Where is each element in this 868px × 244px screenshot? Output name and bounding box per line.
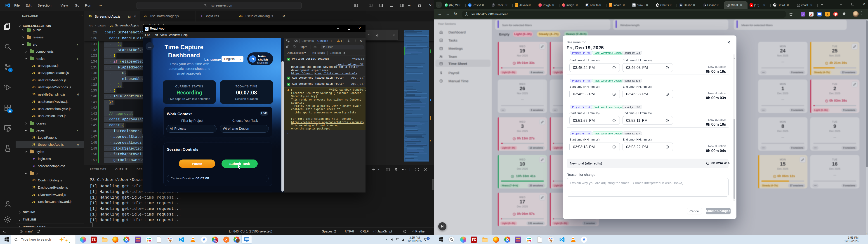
svg-text:!: ! [338,40,339,42]
